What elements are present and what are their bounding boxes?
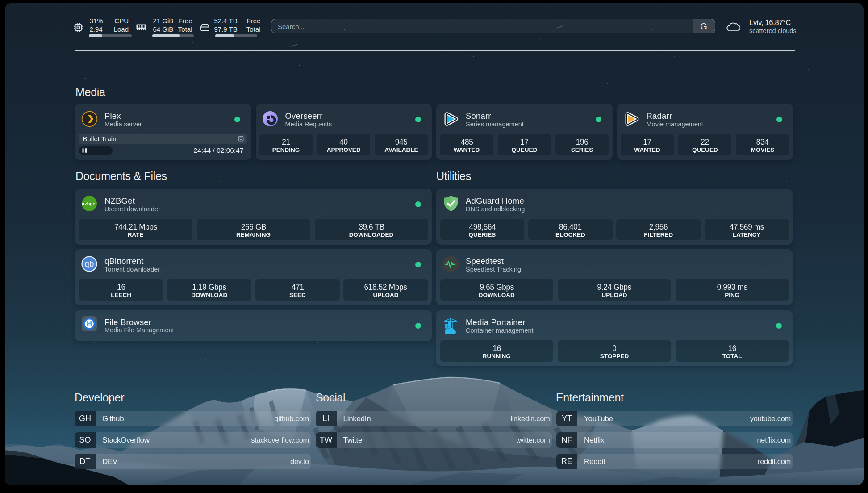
- svg-text:qb: qb: [84, 259, 94, 268]
- svg-text:nzbget: nzbget: [82, 201, 97, 206]
